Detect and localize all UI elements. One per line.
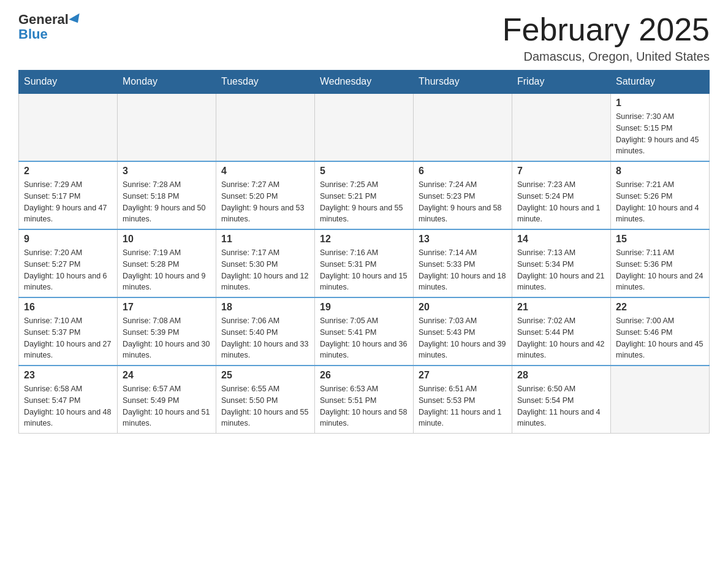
title-block: February 2025 Damascus, Oregon, United S… [502,12,710,64]
day-number: 26 [320,370,408,381]
calendar-cell [19,94,118,162]
day-info: Sunrise: 7:30 AMSunset: 5:15 PMDaylight:… [616,111,704,157]
calendar-cell: 3Sunrise: 7:28 AMSunset: 5:18 PMDaylight… [118,161,216,229]
day-number: 27 [419,370,507,381]
day-info: Sunrise: 7:29 AMSunset: 5:17 PMDaylight:… [24,179,112,225]
day-number: 8 [616,166,704,177]
calendar-cell: 26Sunrise: 6:53 AMSunset: 5:51 PMDayligh… [315,366,414,434]
day-info: Sunrise: 6:51 AMSunset: 5:53 PMDaylight:… [419,383,507,429]
day-number: 13 [419,234,507,245]
day-info: Sunrise: 7:23 AMSunset: 5:24 PMDaylight:… [517,179,605,225]
calendar-cell: 16Sunrise: 7:10 AMSunset: 5:37 PMDayligh… [19,297,118,366]
calendar-cell: 23Sunrise: 6:58 AMSunset: 5:47 PMDayligh… [19,366,118,434]
day-number: 10 [123,234,211,245]
day-info: Sunrise: 6:58 AMSunset: 5:47 PMDaylight:… [24,383,112,429]
day-number: 16 [24,302,112,313]
day-info: Sunrise: 7:00 AMSunset: 5:46 PMDaylight:… [616,315,704,361]
logo-general-text: General [18,12,69,27]
day-info: Sunrise: 7:06 AMSunset: 5:40 PMDaylight:… [221,315,309,361]
calendar-cell [611,366,710,434]
calendar-cell: 17Sunrise: 7:08 AMSunset: 5:39 PMDayligh… [118,297,216,366]
day-info: Sunrise: 7:11 AMSunset: 5:36 PMDaylight:… [616,247,704,293]
day-info: Sunrise: 6:57 AMSunset: 5:49 PMDaylight:… [123,383,211,429]
location-subtitle: Damascus, Oregon, United States [502,50,710,64]
day-number: 9 [24,234,112,245]
calendar-cell: 2Sunrise: 7:29 AMSunset: 5:17 PMDaylight… [19,161,118,229]
day-number: 6 [419,166,507,177]
calendar-cell: 22Sunrise: 7:00 AMSunset: 5:46 PMDayligh… [611,297,710,366]
day-info: Sunrise: 7:25 AMSunset: 5:21 PMDaylight:… [320,179,408,225]
day-number: 25 [221,370,309,381]
day-number: 28 [517,370,605,381]
logo-arrow-icon [69,13,83,26]
day-of-week-header: Sunday [19,70,118,94]
month-title: February 2025 [502,12,710,47]
day-info: Sunrise: 7:19 AMSunset: 5:28 PMDaylight:… [123,247,211,293]
day-number: 22 [616,302,704,313]
calendar-cell: 4Sunrise: 7:27 AMSunset: 5:20 PMDaylight… [216,161,315,229]
day-number: 21 [517,302,605,313]
calendar-cell: 27Sunrise: 6:51 AMSunset: 5:53 PMDayligh… [414,366,512,434]
day-info: Sunrise: 7:24 AMSunset: 5:23 PMDaylight:… [419,179,507,225]
day-info: Sunrise: 7:02 AMSunset: 5:44 PMDaylight:… [517,315,605,361]
day-number: 11 [221,234,309,245]
calendar-cell: 21Sunrise: 7:02 AMSunset: 5:44 PMDayligh… [512,297,611,366]
day-number: 2 [24,166,112,177]
calendar-cell: 1Sunrise: 7:30 AMSunset: 5:15 PMDaylight… [611,94,710,162]
calendar-cell: 11Sunrise: 7:17 AMSunset: 5:30 PMDayligh… [216,229,315,297]
day-info: Sunrise: 7:16 AMSunset: 5:31 PMDaylight:… [320,247,408,293]
day-number: 24 [123,370,211,381]
day-info: Sunrise: 7:08 AMSunset: 5:39 PMDaylight:… [123,315,211,361]
day-info: Sunrise: 7:17 AMSunset: 5:30 PMDaylight:… [221,247,309,293]
day-number: 14 [517,234,605,245]
calendar-cell: 14Sunrise: 7:13 AMSunset: 5:34 PMDayligh… [512,229,611,297]
day-number: 20 [419,302,507,313]
calendar-cell: 10Sunrise: 7:19 AMSunset: 5:28 PMDayligh… [118,229,216,297]
logo: General Blue [18,12,82,42]
day-of-week-header: Thursday [414,70,512,94]
day-number: 1 [616,98,704,109]
calendar-cell: 15Sunrise: 7:11 AMSunset: 5:36 PMDayligh… [611,229,710,297]
calendar-cell: 12Sunrise: 7:16 AMSunset: 5:31 PMDayligh… [315,229,414,297]
day-info: Sunrise: 7:14 AMSunset: 5:33 PMDaylight:… [419,247,507,293]
day-of-week-header: Friday [512,70,611,94]
day-of-week-header: Saturday [611,70,710,94]
calendar-cell: 28Sunrise: 6:50 AMSunset: 5:54 PMDayligh… [512,366,611,434]
day-info: Sunrise: 6:50 AMSunset: 5:54 PMDaylight:… [517,383,605,429]
day-number: 12 [320,234,408,245]
day-number: 15 [616,234,704,245]
day-number: 17 [123,302,211,313]
day-info: Sunrise: 7:20 AMSunset: 5:27 PMDaylight:… [24,247,112,293]
calendar-cell [216,94,315,162]
day-number: 4 [221,166,309,177]
day-of-week-header: Tuesday [216,70,315,94]
calendar-cell: 5Sunrise: 7:25 AMSunset: 5:21 PMDaylight… [315,161,414,229]
calendar-cell: 20Sunrise: 7:03 AMSunset: 5:43 PMDayligh… [414,297,512,366]
calendar-cell [315,94,414,162]
calendar-cell: 13Sunrise: 7:14 AMSunset: 5:33 PMDayligh… [414,229,512,297]
day-number: 23 [24,370,112,381]
day-info: Sunrise: 7:03 AMSunset: 5:43 PMDaylight:… [419,315,507,361]
day-number: 3 [123,166,211,177]
calendar-cell [414,94,512,162]
calendar-cell [512,94,611,162]
calendar-cell: 18Sunrise: 7:06 AMSunset: 5:40 PMDayligh… [216,297,315,366]
day-info: Sunrise: 7:10 AMSunset: 5:37 PMDaylight:… [24,315,112,361]
day-info: Sunrise: 7:13 AMSunset: 5:34 PMDaylight:… [517,247,605,293]
day-info: Sunrise: 7:05 AMSunset: 5:41 PMDaylight:… [320,315,408,361]
calendar-cell: 7Sunrise: 7:23 AMSunset: 5:24 PMDaylight… [512,161,611,229]
calendar-cell: 9Sunrise: 7:20 AMSunset: 5:27 PMDaylight… [19,229,118,297]
calendar-cell: 25Sunrise: 6:55 AMSunset: 5:50 PMDayligh… [216,366,315,434]
calendar-cell: 6Sunrise: 7:24 AMSunset: 5:23 PMDaylight… [414,161,512,229]
calendar-cell: 19Sunrise: 7:05 AMSunset: 5:41 PMDayligh… [315,297,414,366]
calendar-cell [118,94,216,162]
day-number: 18 [221,302,309,313]
day-number: 19 [320,302,408,313]
day-number: 7 [517,166,605,177]
day-info: Sunrise: 7:27 AMSunset: 5:20 PMDaylight:… [221,179,309,225]
day-of-week-header: Monday [118,70,216,94]
day-info: Sunrise: 6:53 AMSunset: 5:51 PMDaylight:… [320,383,408,429]
page-header: General Blue February 2025 Damascus, Ore… [18,12,710,64]
logo-blue-text: Blue [18,26,48,42]
day-number: 5 [320,166,408,177]
